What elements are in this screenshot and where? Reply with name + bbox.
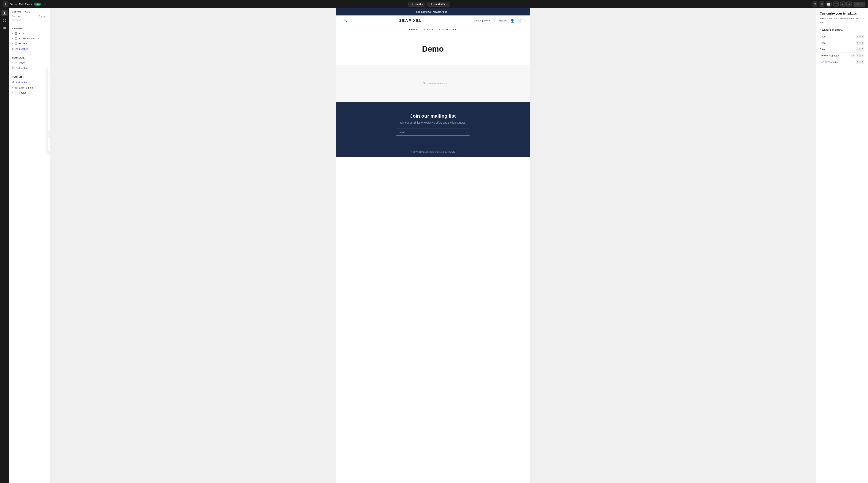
demo-link[interactable]: Demo <box>12 19 19 22</box>
section-image-compare[interactable]: Image Compare Snap Blocks <box>48 111 50 120</box>
svg-rect-49 <box>15 92 17 94</box>
preview-label: Preview <box>12 15 20 18</box>
see-all-keys: ⌘ / <box>856 60 864 64</box>
footer-add-section-button[interactable]: ⊕ Add section <box>10 79 48 85</box>
footer-section-label: Footer <box>12 76 22 78</box>
more-options-button[interactable]: ··· <box>43 2 46 6</box>
show-more-button[interactable]: ▾ Show More <box>48 137 50 144</box>
section-collections-list[interactable]: Collections List Snap Blocks <box>48 81 50 91</box>
dropdown-footer: Browse apps built for Online Store 2.0 t… <box>48 144 50 152</box>
save-button[interactable]: Save <box>854 2 865 7</box>
sidebar-item-apps[interactable]: ▶ Apps ✎ <box>10 31 48 36</box>
apps-chevron: ▶ <box>12 32 13 34</box>
divider <box>9 24 50 24</box>
store-nav: 🔍 SEAPIXEL Greece | EUR € | English 👤 🛒 <box>336 16 530 26</box>
email-submit-button[interactable]: → <box>462 129 470 136</box>
sections-icon[interactable] <box>1 10 8 17</box>
footer-item-icon <box>15 91 18 94</box>
top-bar-center: Default ▾ Default page ▾ <box>408 2 450 6</box>
cart-icon[interactable]: 🛒 <box>518 19 522 23</box>
undo-keys: ⌘ Z <box>856 35 864 38</box>
sidebar-item-footer[interactable]: ▶ Footer <box>10 90 48 95</box>
redo-key-cmd: ⌘ <box>856 41 860 45</box>
mailing-title: Join our mailing list <box>343 113 522 119</box>
icon-bar <box>0 8 9 483</box>
announcement-text: Introducing Our Newest Apps → <box>415 10 450 13</box>
search-icon-nav[interactable]: 🔍 <box>343 19 348 23</box>
svg-rect-13 <box>15 34 16 34</box>
section-draggable-image-strip[interactable]: Draggable Image Strip Snap Blocks <box>48 101 50 111</box>
no-preview-area: 🗂 No preview available <box>336 65 530 102</box>
mobile-icon[interactable]: 📱 <box>833 1 839 7</box>
footer-group: Footer <box>9 74 50 79</box>
account-icon[interactable]: 👤 <box>510 19 515 23</box>
desktop-icon[interactable]: 🖥 <box>819 1 825 7</box>
section-news-ticker[interactable]: News Ticker Snap Blocks <box>48 120 50 130</box>
save-key-cmd: ⌘ <box>856 48 860 51</box>
announcement-chevron: ▶ <box>12 37 13 39</box>
top-bar-left: Sense - Main Theme Live ··· <box>3 1 46 7</box>
svg-rect-18 <box>15 42 17 45</box>
left-sidebar: Default page Preview Change Demo ↗ Heade… <box>9 8 50 483</box>
preview-frame: Introducing Our Newest Apps → 🔍 SEAPIXEL… <box>336 8 530 483</box>
pi-key-shift: ⇧ <box>856 54 860 57</box>
tablet-icon[interactable]: ⬜ <box>826 1 832 7</box>
sidebar-item-header[interactable]: ▶ Header <box>10 41 48 46</box>
add-section-dropdown: Sections 18 Apps 10 Collections Li <box>48 67 50 152</box>
nav-locale[interactable]: Greece | EUR € <box>473 19 491 22</box>
template-add-section-button[interactable]: ⊕ Add section <box>10 65 48 71</box>
sa-key-slash: / <box>860 60 864 64</box>
redo-button[interactable]: ↪ <box>846 1 851 7</box>
save-label: Save <box>820 48 825 51</box>
preview-row: Preview Change Demo ↗ <box>9 14 50 23</box>
right-panel: Customize your templates Select a sectio… <box>816 8 868 483</box>
nav-right: Greece | EUR € | English 👤 🛒 <box>473 19 522 23</box>
live-badge: Live <box>34 3 41 6</box>
undo-button[interactable]: ↩ <box>840 1 846 7</box>
nav-language[interactable]: English <box>499 19 506 22</box>
shortcut-redo: Redo ⌘ Y <box>820 40 864 46</box>
no-preview-icon: 🗂 <box>419 82 421 85</box>
template-items: ▶ Page ⊕ Add section Sections <box>9 60 50 71</box>
see-all-shortcuts-link[interactable]: See all shortcuts <box>820 61 838 63</box>
svg-rect-1 <box>430 3 431 5</box>
header-chevron: ▶ <box>12 42 13 45</box>
default-page-title: Default page <box>12 10 30 13</box>
svg-point-9 <box>3 28 4 29</box>
svg-rect-5 <box>5 13 6 15</box>
template-add-section-label: Add section <box>16 67 28 69</box>
change-link[interactable]: Change <box>39 15 47 18</box>
template-plus-icon: ⊕ <box>12 66 14 70</box>
undo-label: Undo <box>820 35 826 38</box>
inspector-icon[interactable]: ⊡ <box>812 1 817 7</box>
svg-rect-14 <box>17 34 17 34</box>
email-signup-label: Email signup <box>19 86 33 89</box>
sidebar-item-email-signup[interactable]: ▶ Email signup <box>10 85 48 90</box>
sidebar-item-announcement[interactable]: ▶ Announcement bar <box>10 36 48 41</box>
pi-key-i: I <box>860 54 864 57</box>
undo-key-z: Z <box>860 35 864 38</box>
email-input[interactable] <box>396 129 462 136</box>
top-bar: Sense - Main Theme Live ··· Default ▾ De… <box>0 0 868 8</box>
header-label: Header <box>19 42 27 45</box>
shopify-icon[interactable] <box>3 1 8 7</box>
page-item-icon <box>15 61 18 64</box>
sidebar-item-page[interactable]: ▶ Page <box>10 60 48 65</box>
page-dropdown[interactable]: Default page ▾ <box>428 2 450 6</box>
shortcuts-list: Undo ⌘ Z Redo ⌘ Y Save ⌘ S <box>820 33 864 65</box>
settings-icon[interactable] <box>1 17 8 24</box>
no-preview-text: No preview available <box>423 82 447 85</box>
app-demos-link[interactable]: APP DEMOS ▾ <box>439 28 457 31</box>
demo-catalogue-link[interactable]: DEMO CATALOGUE <box>409 28 433 31</box>
section-countdown-timer[interactable]: Countdown Timer Snap Blocks <box>48 91 50 101</box>
undo-key-cmd: ⌘ <box>856 35 860 38</box>
default-dropdown[interactable]: Default ▾ <box>408 2 425 6</box>
section-shoppable-videos[interactable]: Shoppable Videos Snap Blocks <box>48 130 50 137</box>
mailing-section: Join our mailing list Join our email lis… <box>336 102 530 147</box>
sections-list: Collections List Snap Blocks Countdown T… <box>48 81 50 137</box>
apps-icon[interactable] <box>1 25 8 31</box>
header-add-section-button[interactable]: ⊕ Add section <box>10 46 48 52</box>
redo-label: Redo <box>820 41 826 44</box>
footer-item-chevron: ▶ <box>12 92 13 94</box>
svg-rect-15 <box>15 37 17 39</box>
